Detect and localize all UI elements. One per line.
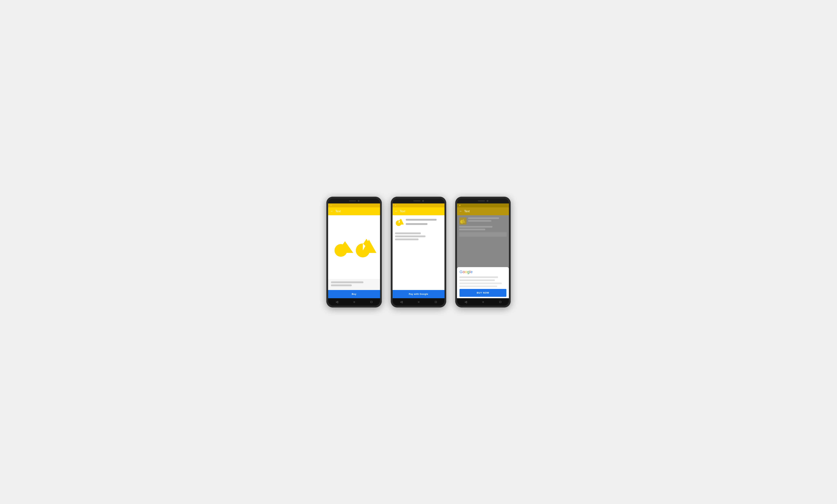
g-letter-blue: G <box>460 269 463 274</box>
speaker <box>349 201 356 201</box>
app-bar-title-1: Text <box>335 209 341 213</box>
status-bar-1: ⚡ <box>328 203 380 207</box>
screen-content-2: Pay with Google <box>393 215 444 298</box>
dimmed-product <box>457 215 509 239</box>
back-button-1[interactable]: ← <box>330 209 334 213</box>
e-letter-blue: e <box>470 269 473 274</box>
svg-point-3 <box>335 244 347 257</box>
phone-3-inner: ⚡ ← Text <box>457 199 509 306</box>
back-button-3[interactable]: ← <box>459 209 462 213</box>
bottom-sheet: Google BUY NOW <box>457 267 509 298</box>
product-logo-area <box>328 215 380 279</box>
phone-1-screen: ⚡ ← Text <box>328 203 380 298</box>
google-brand: Google <box>460 269 506 274</box>
phone-3-top-bar <box>457 199 509 203</box>
phone-3: ⚡ ← Text <box>455 197 511 307</box>
speaker-2 <box>413 201 421 201</box>
product-icon-small-2 <box>395 218 404 226</box>
buy-now-button[interactable]: BUY NOW <box>460 289 506 297</box>
nav-bar-3: ◁ ○ □ <box>457 298 509 306</box>
o-letter-yellow: o <box>465 269 467 274</box>
nav-bar-2: ◁ ○ □ <box>393 298 444 306</box>
sheet-line-2 <box>460 279 495 281</box>
product-text-lines-2 <box>406 219 442 226</box>
dimmed-overlay: Google BUY NOW <box>457 215 509 298</box>
camera-3 <box>487 200 488 202</box>
recents-nav-1[interactable]: □ <box>371 300 372 303</box>
phone-1-inner: ⚡ ← Text <box>328 199 380 306</box>
phone-2: ⚡ ← Text <box>391 197 446 307</box>
phone-2-screen: ⚡ ← Text <box>393 203 444 298</box>
camera-2 <box>422 200 424 202</box>
subtitle-placeholder-2 <box>406 223 427 225</box>
app-bar-1: ← Text <box>328 207 380 215</box>
placeholder-line-1 <box>331 281 363 283</box>
product-info-area-1 <box>328 279 380 290</box>
o-letter-red: o <box>463 269 465 274</box>
home-nav-2[interactable]: ○ <box>418 300 420 303</box>
dimmed-subtitle-line <box>468 220 491 222</box>
product-desc-area-2 <box>393 228 444 244</box>
dimmed-desc-1 <box>459 226 493 228</box>
sheet-line-3 <box>460 282 502 284</box>
pay-google-button[interactable]: Pay with Google <box>393 290 444 298</box>
home-nav-1[interactable]: ○ <box>353 300 355 303</box>
flash-icon-2: ⚡ <box>394 204 396 206</box>
back-nav-1[interactable]: ◁ <box>336 300 338 303</box>
title-placeholder-2 <box>406 219 437 221</box>
back-button-2[interactable]: ← <box>395 209 398 213</box>
home-nav-3[interactable]: ○ <box>482 300 484 303</box>
buy-button-1[interactable]: Buy <box>328 290 380 298</box>
placeholder-line-2 <box>331 284 352 286</box>
recents-nav-2[interactable]: □ <box>435 300 437 303</box>
phones-container: ⚡ ← Text <box>326 197 511 307</box>
dimmed-logo <box>459 218 466 225</box>
desc-line-1 <box>395 232 421 234</box>
phone-1-top-bar <box>328 199 380 203</box>
app-bar-2: ← Text <box>393 207 444 215</box>
flash-icon-1: ⚡ <box>330 204 332 206</box>
phone-1: ⚡ ← Text <box>326 197 382 307</box>
back-nav-2[interactable]: ◁ <box>400 300 403 303</box>
dimmed-title-line <box>468 218 499 219</box>
nav-bar-1: ◁ ○ □ <box>328 298 380 306</box>
dimmed-desc-2 <box>459 229 485 230</box>
product-header-2 <box>393 215 444 228</box>
sheet-line-4 <box>460 285 497 287</box>
back-nav-3[interactable]: ◁ <box>465 300 467 303</box>
phone-2-inner: ⚡ ← Text <box>393 199 444 306</box>
flash-icon-3: ⚡ <box>459 204 461 206</box>
app-bar-title-3: Text <box>464 209 470 213</box>
desc-line-3 <box>395 239 418 240</box>
app-bar-3: ← Text <box>457 207 509 215</box>
recents-nav-3[interactable]: □ <box>499 300 501 303</box>
app-logo <box>353 236 376 258</box>
status-bar-2: ⚡ <box>393 203 444 207</box>
screen-content-1: Buy <box>328 215 380 298</box>
sheet-line-1 <box>460 276 498 278</box>
app-bar-title-2: Text <box>400 209 405 213</box>
status-bar-3: ⚡ <box>457 203 509 207</box>
phone-2-top-bar <box>393 199 444 203</box>
dimmed-text-block <box>468 218 507 225</box>
desc-line-2 <box>395 236 426 237</box>
dimmed-logo-svg <box>460 219 465 223</box>
phone-3-screen: ⚡ ← Text <box>457 203 509 298</box>
camera <box>358 200 359 202</box>
dimmed-block-area <box>459 232 507 237</box>
speaker-3 <box>478 201 485 201</box>
product-logo-svg <box>332 237 353 257</box>
g-letter-green: g <box>467 269 469 274</box>
